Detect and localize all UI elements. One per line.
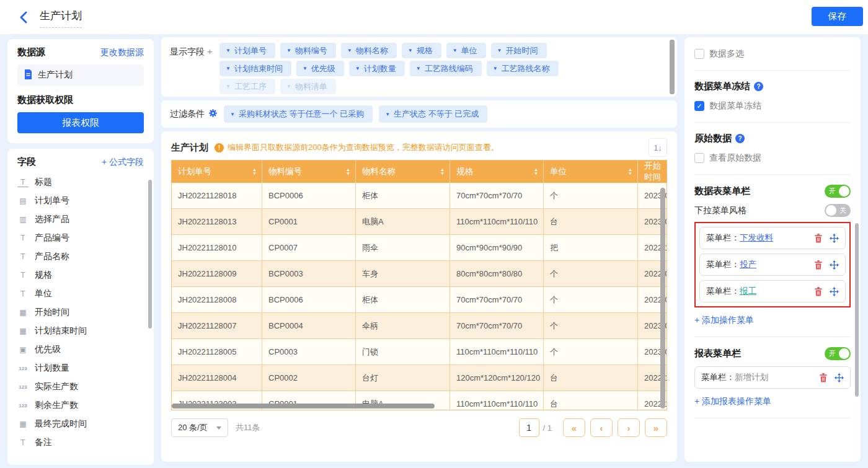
display-chip[interactable]: ▼工艺路线编码 [410,61,482,76]
datasource-item[interactable]: 生产计划 [17,64,144,86]
field-item[interactable]: 123实际生产数 [17,377,144,396]
field-item[interactable]: ▦最终完成时间 [17,415,144,433]
display-fields-label: 显示字段+ [170,43,219,91]
sort-order-icon[interactable]: 1↓ [649,138,667,157]
menu-link[interactable]: 下发收料 [740,232,773,244]
display-chip[interactable]: ▼计划数量 [349,61,405,76]
display-chip[interactable]: ▼工艺路线名称 [487,61,559,76]
dropdown-style-toggle[interactable]: 关 [825,204,851,217]
add-report-action-menu-link[interactable]: + 添加报表操作菜单 [694,396,851,407]
menu-item-row: 菜单栏： 投产 [699,254,846,276]
table-horizontal-scrollbar[interactable] [172,404,435,408]
column-header[interactable]: 物料名称▲▼ [356,161,450,183]
product-select-field-icon: ▥ [17,215,29,224]
display-chip[interactable]: ▼规格 [402,43,441,58]
field-item[interactable]: T标题 [17,173,144,192]
display-chip[interactable]: ▼物料名称 [341,43,397,58]
menu-link[interactable]: 报工 [740,286,756,297]
field-item[interactable]: T规格 [17,266,144,285]
prev-page-button[interactable]: ‹ [590,418,613,437]
column-label: 计划单号 [178,166,211,177]
display-chip[interactable]: ▼优先级 [296,61,344,76]
table-row: JH20221128018BCP0006柜体70cm*70cm*70/70个20… [172,183,666,209]
field-item[interactable]: T产品名称 [17,247,144,266]
field-item[interactable]: ▤计划单号 [17,192,144,210]
last-page-button[interactable]: » [645,418,667,437]
menu-link[interactable]: 新增计划 [735,372,768,383]
page-number-input[interactable]: 1 [519,418,539,437]
move-icon[interactable] [830,260,839,270]
first-page-button[interactable]: « [563,418,585,437]
sort-arrows-icon[interactable]: ▲▼ [534,168,538,175]
move-icon[interactable] [830,287,839,296]
field-item[interactable]: 123计划数量 [17,359,144,377]
report-permission-button[interactable]: 报表权限 [17,112,144,133]
field-item[interactable]: T产品编号 [17,229,144,247]
next-page-button[interactable]: › [618,418,640,437]
field-item[interactable]: T备注 [17,433,144,452]
move-icon[interactable] [830,234,839,243]
column-header[interactable]: 物料编号▲▼ [262,161,356,183]
move-icon[interactable] [835,373,844,382]
report-menu-toggle[interactable]: 开 [825,347,851,360]
toggle-off-label: 关 [839,206,846,215]
trash-icon[interactable] [819,373,828,382]
filter-chip[interactable]: ▼采购耗材状态 等于任意一个 已采购 [224,105,373,123]
data-table: 计划单号▲▼ 物料编号▲▼ 物料名称▲▼ 规格▲▼ 单位▲▼ 开始时间 JH20… [171,160,667,410]
freeze-checkbox[interactable]: ✓ [694,101,704,111]
chevron-down-icon: ▼ [355,66,360,71]
display-chip-disabled[interactable]: ▼工艺工序 [219,79,275,94]
multi-select-checkbox[interactable] [694,49,704,59]
help-icon[interactable]: ? [754,82,763,91]
help-icon[interactable]: ? [735,134,745,143]
display-panel-scrollbar[interactable] [670,40,675,94]
column-header[interactable]: 开始时间 [638,161,666,183]
menu-prefix: 菜单栏： [706,259,740,270]
field-item[interactable]: ▥选择产品 [17,210,144,229]
gear-icon[interactable] [208,108,218,120]
table-vertical-scrollbar[interactable] [660,188,665,408]
toggle-knob [826,205,836,216]
table-row: JH20221128013CP0001电脑A110cm*110cm*110/11… [172,209,666,235]
toggle-on-label: 开 [829,349,836,358]
display-chip[interactable]: ▼物料编号 [280,43,336,58]
display-chip[interactable]: ▼计划结束时间 [219,61,291,76]
display-chip[interactable]: ▼计划单号 [219,43,275,58]
column-header[interactable]: 规格▲▼ [450,161,544,183]
filter-chip[interactable]: ▼生产状态 不等于 已完成 [379,105,487,123]
field-item[interactable]: T单位 [17,285,144,303]
sort-arrows-icon[interactable]: ▲▼ [628,168,632,175]
add-formula-field-link[interactable]: + 公式字段 [102,157,144,168]
sort-arrows-icon[interactable]: ▲▼ [346,168,350,175]
text-field-icon: T [17,252,29,261]
field-item[interactable]: ▦计划结束时间 [17,322,144,340]
add-display-field-icon[interactable]: + [207,46,213,56]
warning-icon: ! [215,143,224,152]
trash-icon[interactable] [814,260,823,270]
add-action-menu-link[interactable]: + 添加操作菜单 [694,315,851,326]
sort-arrows-icon[interactable]: ▲▼ [440,168,445,175]
settings-scrollbar[interactable] [855,223,859,397]
field-item[interactable]: 123剩余生产数 [17,396,144,415]
view-raw-data-checkbox[interactable] [694,153,704,163]
trash-icon[interactable] [814,287,823,296]
table-menu-toggle[interactable]: 开 [825,185,851,198]
page-size-select[interactable]: 20 条/页 [171,418,228,437]
fields-title: 字段 [17,156,36,168]
trash-icon[interactable] [814,234,823,243]
fields-scrollbar[interactable] [148,180,152,329]
menu-link[interactable]: 投产 [740,259,756,270]
save-button[interactable]: 保存 [812,7,863,26]
sort-arrows-icon[interactable]: ▲▼ [252,168,257,175]
change-datasource-link[interactable]: 更改数据源 [100,47,144,58]
display-chip-disabled[interactable]: ▼物料清单 [280,79,336,94]
display-chip[interactable]: ▼开始时间 [491,43,547,58]
back-icon[interactable] [17,11,31,24]
cell: 门锁 [356,339,450,365]
display-chip[interactable]: ▼单位 [446,43,486,58]
field-item[interactable]: ▦开始时间 [17,303,144,322]
cell: 70cm*70cm*70/70 [450,183,544,209]
field-item[interactable]: ▣优先级 [17,340,144,359]
column-header[interactable]: 单位▲▼ [544,161,638,183]
column-header[interactable]: 计划单号▲▼ [172,161,262,183]
